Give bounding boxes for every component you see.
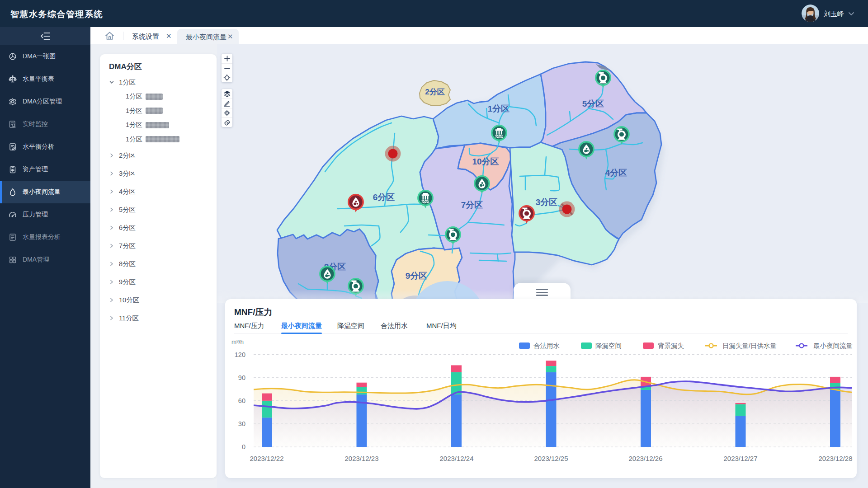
svg-text:m³/h: m³/h (231, 338, 244, 345)
svg-text:60: 60 (238, 397, 245, 404)
svg-text:背景漏失: 背景漏失 (658, 342, 684, 349)
svg-text:30: 30 (238, 420, 245, 427)
svg-text:2023/12/28: 2023/12/28 (818, 455, 852, 462)
svg-text:降漏空间: 降漏空间 (595, 342, 622, 349)
svg-text:2023/12/25: 2023/12/25 (534, 455, 568, 462)
svg-text:2023/12/23: 2023/12/23 (344, 455, 378, 462)
svg-text:0: 0 (242, 443, 245, 450)
svg-text:10分区: 10分区 (472, 157, 499, 166)
svg-text:90: 90 (238, 374, 245, 381)
svg-text:4分区: 4分区 (605, 168, 627, 178)
svg-text:2023/12/24: 2023/12/24 (439, 455, 473, 462)
svg-text:120: 120 (235, 351, 245, 358)
svg-text:2023/12/22: 2023/12/22 (250, 455, 283, 462)
svg-text:1分区: 1分区 (488, 104, 510, 113)
svg-text:合法用水: 合法用水 (533, 342, 560, 349)
svg-text:7分区: 7分区 (461, 200, 483, 210)
svg-text:最小夜间流量: 最小夜间流量 (813, 342, 853, 349)
svg-text:5分区: 5分区 (582, 99, 604, 108)
svg-text:9分区: 9分区 (406, 271, 428, 281)
svg-text:日漏失量/日供水量: 日漏失量/日供水量 (722, 342, 777, 349)
svg-text:6分区: 6分区 (373, 192, 395, 202)
svg-text:2023/12/26: 2023/12/26 (628, 455, 662, 462)
svg-text:2023/12/27: 2023/12/27 (723, 455, 757, 462)
svg-text:3分区: 3分区 (536, 197, 558, 207)
svg-text:2分区: 2分区 (425, 88, 444, 96)
